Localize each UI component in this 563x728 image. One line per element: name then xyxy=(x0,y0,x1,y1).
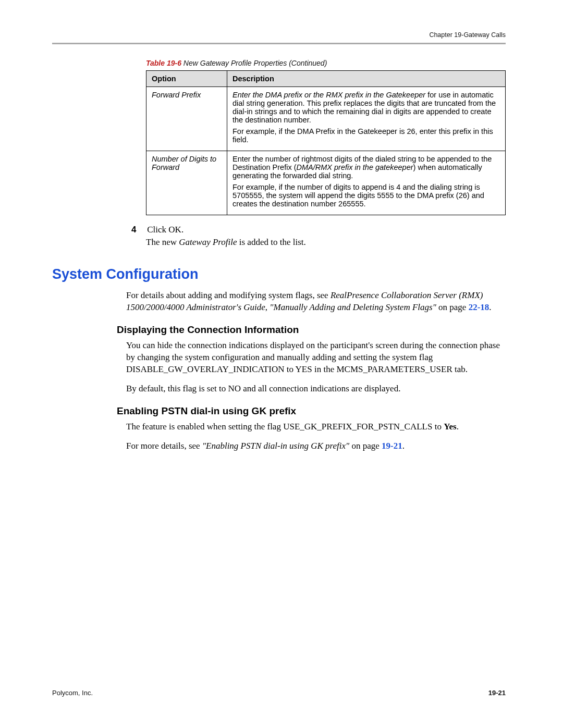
table-caption: Table 19-6 New Gateway Profile Propertie… xyxy=(146,59,506,67)
properties-table: Option Description Forward Prefix Enter … xyxy=(146,70,506,215)
footer-company: Polycom, Inc. xyxy=(52,689,93,697)
table-row: Number of Digits to Forward Enter the nu… xyxy=(146,151,506,215)
description-cell: Enter the number of rightmost digits of … xyxy=(227,151,506,215)
desc-italic: DMA/RMX prefix in the gatekeeper xyxy=(297,163,413,171)
table-row: Forward Prefix Enter the DMA prefix or t… xyxy=(146,87,506,151)
desc-italic: Enter the DMA prefix or the RMX prefix i… xyxy=(232,91,425,99)
subsection-displaying-connection-info: Displaying the Connection Information xyxy=(117,324,506,336)
subsection-enabling-pstn: Enabling PSTN dial-in using GK prefix xyxy=(117,405,506,417)
subsection-paragraph: The feature is enabled when setting the … xyxy=(126,421,506,433)
page-footer: Polycom, Inc. 19-21 xyxy=(52,689,506,697)
flag-disable-gw-overlay: DISABLE_GW_OVERLAY_INDICATION xyxy=(126,364,284,374)
description-cell: Enter the DMA prefix or the RMX prefix i… xyxy=(227,87,506,151)
subsection-paragraph: For more details, see "Enabling PSTN dia… xyxy=(126,440,506,452)
step-number: 4 xyxy=(131,225,145,235)
xref-22-18[interactable]: 22-18 xyxy=(469,302,489,312)
desc-example: For example, if the DMA Prefix in the Ga… xyxy=(232,127,500,144)
option-cell: Forward Prefix xyxy=(146,87,227,151)
section-title-system-configuration: System Configuration xyxy=(52,266,506,282)
header-rule xyxy=(52,43,506,44)
xref-19-21[interactable]: 19-21 xyxy=(382,441,402,451)
option-cell: Number of Digits to Forward xyxy=(146,151,227,215)
section-intro: For details about adding and modifying s… xyxy=(126,290,506,314)
step-result: The new Gateway Profile is added to the … xyxy=(146,237,506,248)
caption-number: Table 19-6 xyxy=(146,59,181,67)
step-4: 4 Click OK. xyxy=(131,225,506,235)
subsection-paragraph: You can hide the connection indications … xyxy=(126,340,506,376)
desc-example: For example, if the number of digits to … xyxy=(232,183,500,208)
flag-use-gk-prefix: USE_GK_PREFIX_FOR_PSTN_CALLS xyxy=(283,422,432,431)
col-description: Description xyxy=(227,71,506,87)
caption-text: New Gateway Profile Properties (Continue… xyxy=(183,59,327,67)
chapter-header: Chapter 19-Gateway Calls xyxy=(52,31,506,39)
step-text: Click OK. xyxy=(147,225,183,235)
subsection-paragraph: By default, this flag is set to NO and a… xyxy=(126,383,506,395)
footer-page-number: 19-21 xyxy=(488,689,506,697)
col-option: Option xyxy=(146,71,227,87)
